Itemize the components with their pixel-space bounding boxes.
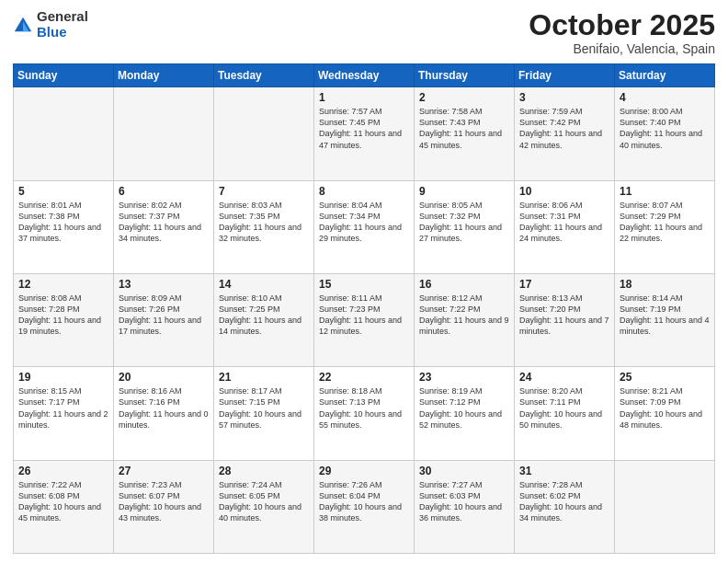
day-info: Sunrise: 8:18 AM Sunset: 7:13 PM Dayligh… (319, 385, 409, 431)
day-number: 15 (319, 278, 409, 291)
logo-text: General Blue (37, 9, 88, 40)
day-info: Sunrise: 8:04 AM Sunset: 7:34 PM Dayligh… (319, 200, 409, 245)
day-cell: 17Sunrise: 8:13 AM Sunset: 7:20 PM Dayli… (515, 273, 615, 366)
day-cell: 14Sunrise: 8:10 AM Sunset: 7:25 PM Dayli… (214, 273, 314, 366)
day-cell: 9Sunrise: 8:05 AM Sunset: 7:32 PM Daylig… (415, 180, 515, 273)
day-number: 21 (219, 371, 309, 384)
day-cell: 31Sunrise: 7:28 AM Sunset: 6:02 PM Dayli… (515, 460, 615, 553)
day-info: Sunrise: 8:02 AM Sunset: 7:37 PM Dayligh… (119, 200, 209, 245)
day-info: Sunrise: 8:21 AM Sunset: 7:09 PM Dayligh… (620, 385, 710, 431)
day-info: Sunrise: 8:10 AM Sunset: 7:25 PM Dayligh… (219, 293, 309, 338)
day-number: 11 (620, 185, 710, 198)
day-number: 14 (219, 278, 309, 291)
day-cell: 7Sunrise: 8:03 AM Sunset: 7:35 PM Daylig… (214, 180, 314, 273)
day-info: Sunrise: 7:27 AM Sunset: 6:03 PM Dayligh… (419, 479, 509, 524)
day-cell: 2Sunrise: 7:58 AM Sunset: 7:43 PM Daylig… (415, 87, 515, 180)
day-info: Sunrise: 8:08 AM Sunset: 7:28 PM Dayligh… (18, 293, 108, 338)
day-info: Sunrise: 8:14 AM Sunset: 7:19 PM Dayligh… (620, 293, 710, 338)
week-row-2: 12Sunrise: 8:08 AM Sunset: 7:28 PM Dayli… (14, 273, 715, 366)
day-number: 30 (419, 465, 509, 477)
day-cell (214, 87, 314, 180)
day-cell: 6Sunrise: 8:02 AM Sunset: 7:37 PM Daylig… (114, 180, 214, 273)
weekday-thursday: Thursday (415, 64, 515, 87)
day-number: 8 (319, 185, 409, 198)
day-number: 31 (519, 465, 609, 477)
day-info: Sunrise: 8:06 AM Sunset: 7:31 PM Dayligh… (519, 200, 609, 245)
day-number: 16 (419, 278, 509, 291)
day-cell (114, 87, 214, 180)
day-number: 4 (620, 91, 710, 104)
day-cell: 15Sunrise: 8:11 AM Sunset: 7:23 PM Dayli… (314, 273, 415, 366)
day-cell: 30Sunrise: 7:27 AM Sunset: 6:03 PM Dayli… (415, 460, 515, 553)
day-number: 5 (18, 185, 108, 198)
day-number: 24 (519, 371, 609, 384)
day-cell: 22Sunrise: 8:18 AM Sunset: 7:13 PM Dayli… (314, 367, 415, 460)
day-cell: 13Sunrise: 8:09 AM Sunset: 7:26 PM Dayli… (114, 273, 214, 366)
day-cell: 23Sunrise: 8:19 AM Sunset: 7:12 PM Dayli… (415, 367, 515, 460)
day-info: Sunrise: 8:09 AM Sunset: 7:26 PM Dayligh… (119, 293, 209, 338)
day-info: Sunrise: 8:15 AM Sunset: 7:17 PM Dayligh… (18, 385, 108, 431)
day-number: 9 (419, 185, 509, 198)
day-number: 26 (18, 465, 108, 477)
day-number: 17 (519, 278, 609, 291)
weekday-monday: Monday (114, 64, 214, 87)
day-info: Sunrise: 7:57 AM Sunset: 7:45 PM Dayligh… (319, 106, 409, 151)
weekday-wednesday: Wednesday (314, 64, 415, 87)
day-info: Sunrise: 8:19 AM Sunset: 7:12 PM Dayligh… (419, 385, 509, 431)
day-info: Sunrise: 7:28 AM Sunset: 6:02 PM Dayligh… (519, 479, 609, 524)
day-cell: 27Sunrise: 7:23 AM Sunset: 6:07 PM Dayli… (114, 460, 214, 553)
weekday-header-row: SundayMondayTuesdayWednesdayThursdayFrid… (14, 64, 715, 87)
logo-blue: Blue (37, 25, 88, 40)
day-cell (615, 460, 715, 553)
weekday-tuesday: Tuesday (214, 64, 314, 87)
day-cell: 3Sunrise: 7:59 AM Sunset: 7:42 PM Daylig… (515, 87, 615, 180)
day-cell: 28Sunrise: 7:24 AM Sunset: 6:05 PM Dayli… (214, 460, 314, 553)
day-cell: 21Sunrise: 8:17 AM Sunset: 7:15 PM Dayli… (214, 367, 314, 460)
logo-general: General (37, 9, 88, 25)
day-number: 12 (18, 278, 108, 291)
day-number: 2 (419, 91, 509, 104)
weekday-saturday: Saturday (615, 64, 715, 87)
day-number: 25 (620, 371, 710, 384)
week-row-1: 5Sunrise: 8:01 AM Sunset: 7:38 PM Daylig… (14, 180, 715, 273)
day-number: 3 (519, 91, 609, 104)
day-cell: 26Sunrise: 7:22 AM Sunset: 6:08 PM Dayli… (14, 460, 114, 553)
day-cell: 8Sunrise: 8:04 AM Sunset: 7:34 PM Daylig… (314, 180, 415, 273)
day-info: Sunrise: 8:05 AM Sunset: 7:32 PM Dayligh… (419, 200, 509, 245)
day-info: Sunrise: 7:24 AM Sunset: 6:05 PM Dayligh… (219, 479, 309, 524)
day-cell: 11Sunrise: 8:07 AM Sunset: 7:29 PM Dayli… (615, 180, 715, 273)
day-info: Sunrise: 8:01 AM Sunset: 7:38 PM Dayligh… (18, 200, 108, 245)
week-row-3: 19Sunrise: 8:15 AM Sunset: 7:17 PM Dayli… (14, 367, 715, 460)
day-cell: 10Sunrise: 8:06 AM Sunset: 7:31 PM Dayli… (515, 180, 615, 273)
day-number: 23 (419, 371, 509, 384)
day-info: Sunrise: 8:00 AM Sunset: 7:40 PM Dayligh… (620, 106, 710, 151)
day-cell: 4Sunrise: 8:00 AM Sunset: 7:40 PM Daylig… (615, 87, 715, 180)
day-cell: 12Sunrise: 8:08 AM Sunset: 7:28 PM Dayli… (14, 273, 114, 366)
calendar-table: SundayMondayTuesdayWednesdayThursdayFrid… (13, 63, 715, 554)
day-info: Sunrise: 7:22 AM Sunset: 6:08 PM Dayligh… (18, 479, 108, 524)
month-title: October 2025 (529, 9, 715, 41)
day-number: 29 (319, 465, 409, 477)
day-info: Sunrise: 7:23 AM Sunset: 6:07 PM Dayligh… (119, 479, 209, 524)
day-info: Sunrise: 8:20 AM Sunset: 7:11 PM Dayligh… (519, 385, 609, 431)
day-number: 22 (319, 371, 409, 384)
day-info: Sunrise: 7:58 AM Sunset: 7:43 PM Dayligh… (419, 106, 509, 151)
day-info: Sunrise: 8:11 AM Sunset: 7:23 PM Dayligh… (319, 293, 409, 338)
day-cell: 18Sunrise: 8:14 AM Sunset: 7:19 PM Dayli… (615, 273, 715, 366)
day-number: 7 (219, 185, 309, 198)
day-cell: 25Sunrise: 8:21 AM Sunset: 7:09 PM Dayli… (615, 367, 715, 460)
day-info: Sunrise: 7:59 AM Sunset: 7:42 PM Dayligh… (519, 106, 609, 151)
location: Benifaio, Valencia, Spain (529, 41, 715, 56)
weekday-sunday: Sunday (14, 64, 114, 87)
day-cell: 19Sunrise: 8:15 AM Sunset: 7:17 PM Dayli… (14, 367, 114, 460)
day-number: 19 (18, 371, 108, 384)
day-info: Sunrise: 8:13 AM Sunset: 7:20 PM Dayligh… (519, 293, 609, 338)
day-cell: 29Sunrise: 7:26 AM Sunset: 6:04 PM Dayli… (314, 460, 415, 553)
day-cell (14, 87, 114, 180)
day-number: 27 (119, 465, 209, 477)
day-info: Sunrise: 8:07 AM Sunset: 7:29 PM Dayligh… (620, 200, 710, 245)
day-info: Sunrise: 8:17 AM Sunset: 7:15 PM Dayligh… (219, 385, 309, 431)
weekday-friday: Friday (515, 64, 615, 87)
day-info: Sunrise: 7:26 AM Sunset: 6:04 PM Dayligh… (319, 479, 409, 524)
day-cell: 24Sunrise: 8:20 AM Sunset: 7:11 PM Dayli… (515, 367, 615, 460)
